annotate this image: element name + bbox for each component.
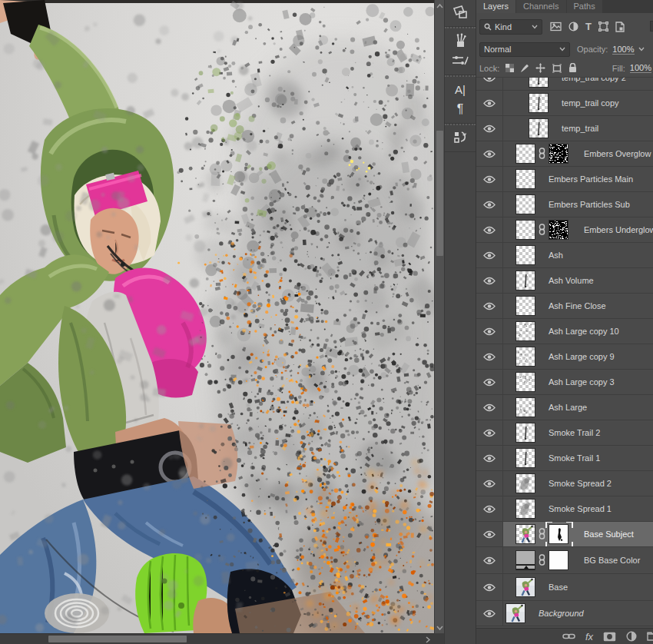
lock-position-icon[interactable] [535, 63, 545, 73]
scroll-right-arrow[interactable] [425, 636, 431, 644]
layer-thumbnail[interactable] [515, 321, 535, 341]
layer-visibility-cell[interactable] [476, 167, 503, 191]
layer-thumbnail[interactable] [515, 577, 535, 597]
visibility-eye-icon[interactable] [483, 429, 496, 437]
link-layers-icon[interactable] [562, 632, 575, 640]
layer-thumbnail[interactable] [515, 499, 535, 519]
layer-thumbnail[interactable] [515, 271, 535, 290]
pixel-layers-filter-icon[interactable] [550, 22, 562, 32]
layer-visibility-cell[interactable] [476, 243, 503, 267]
layer-thumbnail[interactable] [515, 220, 535, 240]
layer-row[interactable]: Ash Volume [476, 268, 653, 294]
layer-visibility-cell[interactable] [476, 420, 503, 445]
layer-row[interactable]: Ash Fine Close [476, 294, 653, 319]
layer-row[interactable]: Ash Large copy 3 [476, 370, 653, 395]
layer-thumbnail[interactable] [515, 423, 535, 443]
layer-thumbnail[interactable] [515, 397, 535, 417]
layer-row[interactable]: Smoke Trail 2 [476, 420, 653, 446]
filter-toggle-icon[interactable] [650, 21, 653, 32]
layer-row[interactable]: temp_trail [476, 116, 653, 141]
lock-transparency-icon[interactable] [505, 64, 514, 72]
visibility-eye-icon[interactable] [483, 251, 496, 260]
visibility-eye-icon[interactable] [483, 327, 496, 336]
scroll-down-arrow[interactable] [436, 624, 443, 632]
layer-visibility-cell[interactable] [476, 395, 503, 420]
tab-paths[interactable]: Paths [567, 0, 602, 13]
layer-row[interactable]: Base [476, 574, 653, 601]
layer-row[interactable]: BG Base Color [476, 547, 653, 574]
layer-thumbnail[interactable] [515, 194, 535, 214]
layer-row-body[interactable]: Ash Large copy 10 [503, 319, 653, 344]
visibility-eye-icon[interactable] [483, 124, 496, 133]
layer-visibility-cell[interactable] [476, 77, 503, 90]
layer-thumbnail[interactable] [505, 603, 525, 623]
layer-row[interactable]: Embers Particles Sub [476, 192, 653, 217]
smart-objects-filter-icon[interactable] [615, 22, 625, 32]
layer-row[interactable]: Ash [476, 243, 653, 268]
layer-thumbnail[interactable] [515, 245, 535, 265]
brush-settings-panel-icon[interactable] [445, 51, 476, 71]
layer-row-body[interactable]: temp_trail copy 2 [503, 77, 653, 90]
layer-row[interactable]: Smoke Spread 2 [476, 471, 653, 496]
layer-visibility-cell[interactable] [476, 547, 503, 573]
visibility-eye-icon[interactable] [483, 378, 496, 387]
document-canvas[interactable] [0, 0, 434, 633]
lock-artboard-icon[interactable] [552, 64, 562, 73]
layer-row[interactable]: Smoke Trail 1 [476, 446, 653, 471]
visibility-eye-icon[interactable] [483, 505, 496, 513]
canvas-vertical-scrollbar[interactable] [434, 0, 444, 633]
fill-value[interactable]: 100% [630, 63, 651, 73]
layer-row-body[interactable]: Ash Large copy 9 [503, 344, 653, 369]
layer-row[interactable]: Background [476, 601, 653, 626]
visibility-eye-icon[interactable] [483, 77, 496, 82]
layer-visibility-cell[interactable] [476, 116, 503, 141]
layer-visibility-cell[interactable] [476, 471, 503, 496]
layer-visibility-cell[interactable] [476, 344, 503, 369]
layer-thumbnail[interactable] [515, 169, 535, 189]
visibility-eye-icon[interactable] [483, 353, 496, 361]
layer-mask-thumbnail[interactable] [549, 524, 568, 544]
layer-row-body[interactable]: Smoke Trail 1 [503, 446, 653, 470]
layer-visibility-cell[interactable] [476, 601, 503, 626]
layer-thumbnail[interactable] [529, 77, 549, 88]
layer-row[interactable]: Ash Large copy 9 [476, 344, 653, 370]
visibility-eye-icon[interactable] [483, 609, 496, 618]
layer-row-body[interactable]: Ash Fine Close [503, 294, 653, 318]
layer-row-body[interactable]: Ash Large copy 3 [503, 370, 653, 394]
layer-row[interactable]: Base Subject [476, 522, 653, 547]
layer-thumbnail[interactable] [515, 473, 535, 493]
character-panel-icon[interactable]: A| [445, 79, 476, 99]
layer-thumbnail[interactable] [515, 296, 535, 316]
layer-row-body[interactable]: Ash Large [503, 395, 653, 420]
layer-visibility-cell[interactable] [476, 370, 503, 394]
layer-row-body[interactable]: Embers Particles Sub [503, 192, 653, 217]
layer-thumbnail[interactable] [515, 372, 535, 392]
layer-thumbnail[interactable] [515, 550, 535, 570]
filter-kind-dropdown[interactable]: Kind [479, 19, 542, 35]
chevron-down-icon[interactable] [638, 47, 645, 51]
scroll-up-arrow[interactable] [436, 2, 443, 10]
layer-thumbnail[interactable] [515, 347, 535, 367]
layer-mask-thumbnail[interactable] [549, 144, 568, 164]
layer-row-body[interactable]: Smoke Spread 1 [503, 496, 653, 521]
layer-visibility-cell[interactable] [476, 446, 503, 470]
layer-thumbnail[interactable] [529, 93, 549, 113]
layer-row-body[interactable]: Ash [503, 243, 653, 267]
layer-visibility-cell[interactable] [476, 496, 503, 521]
visibility-eye-icon[interactable] [483, 175, 496, 184]
layer-row-body[interactable]: Embers Overglow [503, 141, 653, 166]
layer-visibility-cell[interactable] [476, 91, 503, 115]
layer-row-body[interactable]: Background [503, 601, 653, 626]
visibility-eye-icon[interactable] [483, 277, 496, 285]
layer-row-body[interactable]: Ash Volume [503, 268, 653, 293]
paragraph-panel-icon[interactable]: ¶ [445, 99, 476, 119]
shape-layers-filter-icon[interactable] [598, 22, 608, 32]
layer-row-body[interactable]: Embers Particles Main [503, 167, 653, 191]
adjustment-layers-filter-icon[interactable] [568, 22, 578, 32]
visibility-eye-icon[interactable] [483, 403, 496, 412]
new-adjustment-layer-icon[interactable] [626, 631, 637, 642]
layer-row[interactable]: Smoke Spread 1 [476, 496, 653, 522]
visibility-eye-icon[interactable] [483, 226, 496, 234]
visibility-eye-icon[interactable] [483, 99, 496, 108]
vertical-scroll-thumb[interactable] [436, 131, 443, 256]
